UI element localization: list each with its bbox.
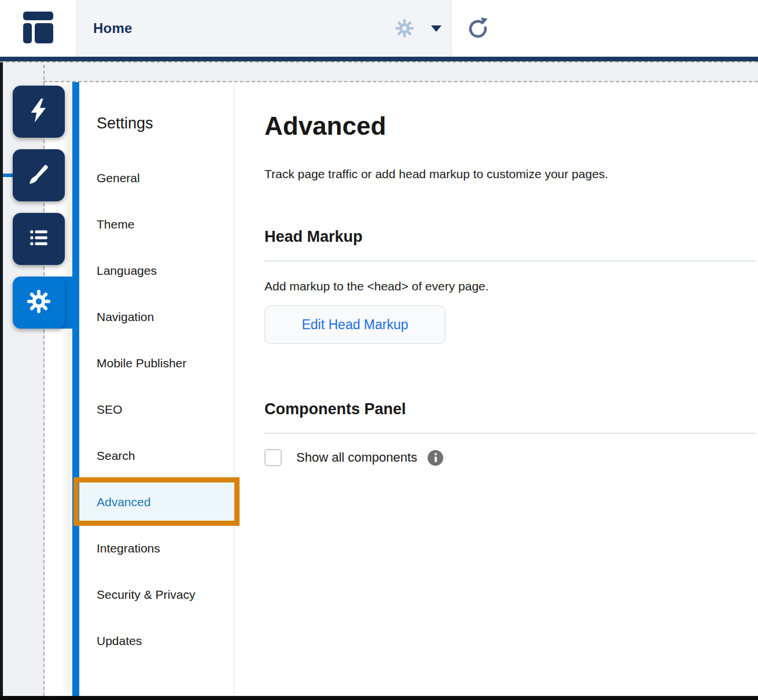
toolbar-settings-button[interactable] [13, 277, 65, 329]
viewport-blue-line [3, 174, 13, 177]
show-all-components-checkbox[interactable] [264, 449, 282, 466]
sidebar-item-general[interactable]: General [79, 155, 234, 201]
toolbar-components-button[interactable] [13, 86, 65, 138]
checkbox-label: Show all components [296, 450, 417, 465]
info-icon[interactable] [428, 450, 443, 466]
sidebar-item-security-privacy[interactable]: Security & Privacy [79, 572, 234, 618]
toolbar-theme-button[interactable] [13, 149, 65, 201]
sidebar-item-navigation[interactable]: Navigation [79, 294, 234, 340]
app-logo-icon [23, 10, 54, 46]
toolbar-pages-button[interactable] [13, 213, 65, 265]
section-divider [264, 260, 756, 261]
page-settings-gear-icon[interactable] [394, 18, 415, 39]
dashed-guide-top [0, 61, 758, 62]
sidebar-item-integrations[interactable]: Integrations [79, 525, 234, 572]
show-all-components-row: Show all components [264, 449, 443, 466]
app-logo-section[interactable] [0, 0, 77, 57]
section-divider [264, 433, 756, 434]
head-markup-description: Add markup to the <head> of every page. [264, 279, 489, 294]
screenshot-bottom-edge [0, 696, 758, 700]
page-subtitle: Track page traffic or add head markup to… [264, 167, 608, 182]
components-panel-heading: Components Panel [264, 399, 406, 419]
sidebar-item-advanced[interactable]: Advanced [79, 479, 234, 525]
edit-head-markup-button[interactable]: Edit Head Markup [264, 305, 446, 344]
canvas-left-edge [0, 61, 3, 696]
settings-main-panel: Advanced Track page traffic or add head … [234, 82, 758, 696]
sidebar-item-theme[interactable]: Theme [79, 201, 234, 248]
settings-sidebar-title: Settings [97, 115, 153, 132]
sidebar-item-search[interactable]: Search [79, 433, 234, 479]
bolt-icon [25, 97, 52, 126]
settings-nav-list: General Theme Languages Navigation Mobil… [79, 155, 234, 664]
sidebar-item-languages[interactable]: Languages [79, 248, 234, 294]
page-title: Advanced [264, 111, 386, 141]
settings-sidebar: Settings General Theme Languages Navigat… [79, 82, 234, 696]
chevron-down-icon[interactable] [431, 25, 441, 32]
gear-icon [25, 288, 52, 317]
viewport-top-border [0, 57, 758, 61]
page-switcher[interactable]: Home [77, 0, 451, 57]
brush-icon [25, 161, 52, 190]
sidebar-item-updates[interactable]: Updates [79, 618, 234, 664]
sidebar-item-mobile-publisher[interactable]: Mobile Publisher [79, 340, 234, 386]
refresh-section [451, 0, 758, 57]
refresh-icon[interactable] [465, 16, 491, 41]
current-page-title: Home [93, 0, 132, 57]
top-header: Home [0, 0, 758, 57]
list-icon [25, 224, 52, 253]
settings-panel-accent-bar [72, 82, 79, 696]
sidebar-item-seo[interactable]: SEO [79, 386, 234, 433]
head-markup-heading: Head Markup [264, 227, 363, 246]
